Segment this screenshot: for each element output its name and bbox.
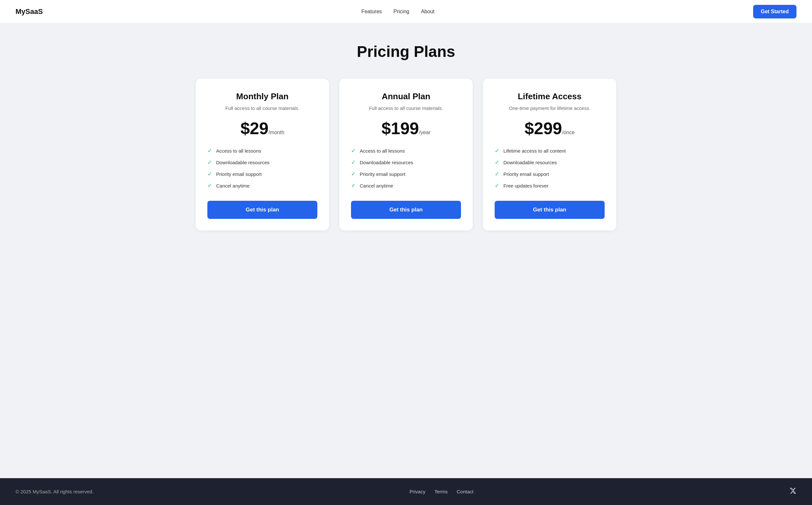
feature-item: ✓ Access to all lessons	[351, 147, 461, 154]
feature-text: Access to all lessons	[360, 148, 405, 154]
check-icon: ✓	[495, 170, 500, 177]
nav-link-features[interactable]: Features	[361, 9, 382, 15]
feature-item: ✓ Downloadable resources	[351, 159, 461, 166]
feature-text: Downloadable resources	[216, 160, 269, 165]
feature-item: ✓ Priority email support	[208, 170, 317, 177]
card-price-lifetime: $299/once	[495, 119, 604, 138]
navbar: MySaaS Features Pricing About Get Starte…	[0, 0, 812, 23]
feature-text: Priority email support	[216, 171, 262, 177]
feature-text: Downloadable resources	[360, 160, 413, 165]
check-icon: ✓	[495, 159, 500, 166]
check-icon: ✓	[208, 182, 212, 189]
check-icon: ✓	[351, 182, 356, 189]
feature-item: ✓ Priority email support	[495, 170, 604, 177]
card-title-annual: Annual Plan	[351, 92, 461, 102]
footer-link-contact[interactable]: Contact	[457, 489, 473, 494]
page-title: Pricing Plans	[15, 43, 797, 60]
feature-item: ✓ Access to all lessons	[208, 147, 317, 154]
feature-item: ✓ Free updates forever	[495, 182, 604, 189]
feature-item: ✓ Priority email support	[351, 170, 461, 177]
feature-text: Priority email support	[360, 171, 405, 177]
price-period-monthly: /month	[269, 130, 284, 135]
feature-text: Cancel anytime	[216, 183, 249, 188]
card-desc-annual: Full access to all course materials.	[351, 106, 461, 111]
feature-text: Cancel anytime	[360, 183, 393, 188]
feature-list-lifetime: ✓ Lifetime access to all content ✓ Downl…	[495, 147, 604, 189]
price-amount-annual: $199	[381, 119, 419, 138]
feature-list-annual: ✓ Access to all lessons ✓ Downloadable r…	[351, 147, 461, 189]
feature-text: Priority email support	[503, 171, 549, 177]
get-started-button[interactable]: Get Started	[753, 5, 797, 18]
site-logo: MySaaS	[15, 7, 43, 16]
price-amount-lifetime: $299	[525, 119, 562, 138]
main-content: Pricing Plans Monthly Plan Full access t…	[0, 23, 812, 478]
check-icon: ✓	[208, 147, 212, 154]
nav-link-about[interactable]: About	[421, 9, 434, 15]
check-icon: ✓	[351, 147, 356, 154]
check-icon: ✓	[495, 147, 500, 154]
footer-link-privacy[interactable]: Privacy	[410, 489, 425, 494]
check-icon: ✓	[208, 170, 212, 177]
price-amount-monthly: $29	[240, 119, 269, 138]
card-desc-monthly: Full access to all course materials.	[208, 106, 317, 111]
feature-item: ✓ Downloadable resources	[495, 159, 604, 166]
check-icon: ✓	[208, 159, 212, 166]
feature-text: Downloadable resources	[503, 160, 557, 165]
pricing-card-annual: Annual Plan Full access to all course ma…	[340, 78, 472, 230]
price-period-annual: /year	[419, 130, 431, 135]
card-title-monthly: Monthly Plan	[208, 92, 317, 102]
feature-text: Access to all lessons	[216, 148, 261, 154]
pricing-card-monthly: Monthly Plan Full access to all course m…	[196, 78, 329, 230]
twitter-icon[interactable]	[789, 487, 797, 496]
check-icon: ✓	[351, 159, 356, 166]
feature-item: ✓ Downloadable resources	[208, 159, 317, 166]
get-plan-button-annual[interactable]: Get this plan	[351, 201, 461, 219]
check-icon: ✓	[351, 170, 356, 177]
feature-item: ✓ Cancel anytime	[351, 182, 461, 189]
check-icon: ✓	[495, 182, 500, 189]
card-price-annual: $199/year	[351, 119, 461, 138]
footer: © 2025 MySaaS. All rights reserved. Priv…	[0, 478, 812, 505]
pricing-cards-grid: Monthly Plan Full access to all course m…	[196, 78, 616, 230]
card-desc-lifetime: One-time payment for lifetime access.	[495, 106, 604, 111]
card-price-monthly: $29/month	[208, 119, 317, 138]
price-period-lifetime: /once	[562, 130, 574, 135]
feature-text: Free updates forever	[503, 183, 548, 188]
footer-link-terms[interactable]: Terms	[434, 489, 448, 494]
get-plan-button-monthly[interactable]: Get this plan	[208, 201, 317, 219]
footer-copyright: © 2025 MySaaS. All rights reserved.	[15, 489, 94, 494]
feature-list-monthly: ✓ Access to all lessons ✓ Downloadable r…	[208, 147, 317, 189]
pricing-card-lifetime: Lifetime Access One-time payment for lif…	[483, 78, 616, 230]
nav-links: Features Pricing About	[361, 9, 434, 15]
feature-item: ✓ Lifetime access to all content	[495, 147, 604, 154]
nav-link-pricing[interactable]: Pricing	[393, 9, 409, 15]
feature-item: ✓ Cancel anytime	[208, 182, 317, 189]
card-title-lifetime: Lifetime Access	[495, 92, 604, 102]
get-plan-button-lifetime[interactable]: Get this plan	[495, 201, 604, 219]
footer-links: PrivacyTermsContact	[410, 489, 473, 494]
feature-text: Lifetime access to all content	[503, 148, 566, 154]
